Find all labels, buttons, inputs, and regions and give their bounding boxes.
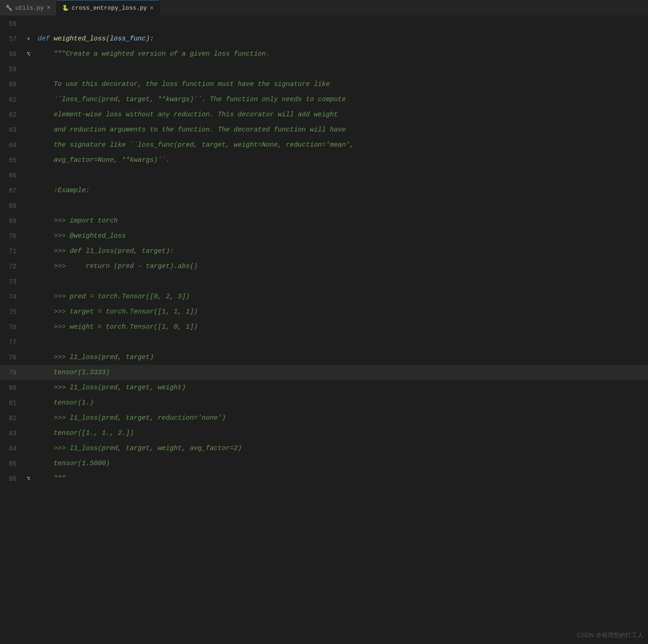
line-gutter-71	[24, 244, 33, 259]
line-number-82: 82	[0, 410, 24, 426]
line-number-83: 83	[0, 426, 24, 441]
code-line-77: 77	[0, 335, 648, 350]
code-line-59: 59	[0, 62, 648, 77]
tab-utils[interactable]: 🔧 utils.py ×	[0, 0, 57, 16]
line-content-75: >>> target = torch.Tensor([1, 1, 1])	[33, 304, 198, 319]
line-gutter-82	[24, 410, 33, 426]
line-content-80: >>> l1_loss(pred, target, weight)	[33, 380, 186, 395]
line-number-66: 66	[0, 168, 24, 183]
line-number-68: 68	[0, 198, 24, 213]
line-content-63: and reduction arguments to the function.…	[33, 122, 346, 137]
code-line-72: 72 >>> return (pred - target).abs()	[0, 259, 648, 274]
line-number-79: 79	[0, 365, 24, 380]
tab-cross-entropy-close[interactable]: ×	[150, 5, 154, 12]
line-content-72: >>> return (pred - target).abs()	[33, 259, 198, 274]
line-content-79: tensor(1.3333)	[33, 365, 110, 380]
line-number-58: 58	[0, 46, 24, 62]
code-line-79: 79 tensor(1.3333)	[0, 365, 648, 380]
code-line-61: 61 ``loss_func(pred, target, **kwargs)``…	[0, 92, 648, 107]
code-line-69: 69 >>> import torch	[0, 213, 648, 228]
line-content-57: def weighted_loss(loss_func):	[33, 31, 154, 46]
line-number-70: 70	[0, 228, 24, 244]
line-number-71: 71	[0, 244, 24, 259]
line-content-78: >>> l1_loss(pred, target)	[33, 350, 154, 365]
code-line-82: 82 >>> l1_loss(pred, target, reduction='…	[0, 410, 648, 426]
line-content-71: >>> def l1_loss(pred, target):	[33, 244, 174, 259]
line-gutter-80	[24, 380, 33, 395]
line-number-85: 85	[0, 456, 24, 471]
line-number-76: 76	[0, 319, 24, 335]
line-content-84: >>> l1_loss(pred, target, weight, avg_fa…	[33, 441, 242, 456]
line-number-64: 64	[0, 137, 24, 153]
tab-utils-close[interactable]: ×	[46, 4, 50, 11]
line-content-62: element-wise loss without any reduction.…	[33, 107, 338, 122]
line-number-59: 59	[0, 62, 24, 77]
line-content-86: """	[33, 471, 66, 486]
line-gutter-69	[24, 213, 33, 228]
line-content-67: :Example:	[33, 183, 90, 198]
line-number-81: 81	[0, 395, 24, 410]
line-content-61: ``loss_func(pred, target, **kwargs)``. T…	[33, 92, 346, 107]
line-gutter-72	[24, 259, 33, 274]
line-gutter-59	[24, 62, 33, 77]
line-gutter-58[interactable]: ⌥	[24, 46, 33, 62]
line-number-86: 86	[0, 471, 24, 486]
line-content-74: >>> pred = torch.Tensor([0, 2, 3])	[33, 289, 190, 304]
code-line-66: 66	[0, 168, 648, 183]
line-number-77: 77	[0, 335, 24, 350]
line-content-66	[33, 168, 38, 183]
line-gutter-68	[24, 198, 33, 213]
code-line-85: 85 tensor(1.5000)	[0, 456, 648, 471]
code-line-68: 68	[0, 198, 648, 213]
line-gutter-67	[24, 183, 33, 198]
code-line-60: 60 To use this decorator, the loss funct…	[0, 77, 648, 92]
code-line-80: 80 >>> l1_loss(pred, target, weight)	[0, 380, 648, 395]
line-content-60: To use this decorator, the loss function…	[33, 77, 330, 92]
code-line-64: 64 the signature like ``loss_func(pred, …	[0, 137, 648, 153]
code-line-75: 75 >>> target = torch.Tensor([1, 1, 1])	[0, 304, 648, 319]
line-gutter-76	[24, 319, 33, 335]
tab-cross-entropy[interactable]: 🐍 cross_entropy_loss.py ×	[57, 0, 160, 16]
line-number-78: 78	[0, 350, 24, 365]
line-number-65: 65	[0, 153, 24, 168]
line-content-77	[33, 335, 38, 350]
line-content-73	[33, 274, 38, 289]
line-content-76: >>> weight = torch.Tensor([1, 0, 1])	[33, 319, 198, 335]
line-content-70: >>> @weighted_loss	[33, 228, 126, 244]
line-gutter-77	[24, 335, 33, 350]
line-gutter-85	[24, 456, 33, 471]
line-content-83: tensor([1., 1., 2.])	[33, 426, 134, 441]
line-gutter-70	[24, 228, 33, 244]
code-line-76: 76 >>> weight = torch.Tensor([1, 0, 1])	[0, 319, 648, 335]
line-content-85: tensor(1.5000)	[33, 456, 110, 471]
line-gutter-60	[24, 77, 33, 92]
code-line-63: 63 and reduction arguments to the functi…	[0, 122, 648, 137]
line-number-56: 56	[0, 16, 24, 31]
line-gutter-78	[24, 350, 33, 365]
line-number-84: 84	[0, 441, 24, 456]
line-number-73: 73	[0, 274, 24, 289]
code-line-86: 86⌥ """	[0, 471, 648, 486]
line-number-67: 67	[0, 183, 24, 198]
line-gutter-74	[24, 289, 33, 304]
line-gutter-81	[24, 395, 33, 410]
line-number-74: 74	[0, 289, 24, 304]
line-number-62: 62	[0, 107, 24, 122]
line-number-69: 69	[0, 213, 24, 228]
line-content-68	[33, 198, 38, 213]
tab-bar: 🔧 utils.py × 🐍 cross_entropy_loss.py ×	[0, 0, 648, 16]
code-line-58: 58⌥ """Create a weighted version of a gi…	[0, 46, 648, 62]
code-area: 5657▾def weighted_loss(loss_func):58⌥ ""…	[0, 16, 648, 644]
line-gutter-63	[24, 122, 33, 137]
line-content-65: avg_factor=None, **kwargs)``.	[33, 153, 170, 168]
line-content-82: >>> l1_loss(pred, target, reduction='non…	[33, 410, 226, 426]
code-line-56: 56	[0, 16, 648, 31]
line-gutter-57[interactable]: ▾	[24, 31, 33, 46]
line-gutter-79	[24, 365, 33, 380]
utils-file-icon: 🔧	[6, 5, 12, 11]
line-gutter-86[interactable]: ⌥	[24, 471, 33, 486]
code-line-74: 74 >>> pred = torch.Tensor([0, 2, 3])	[0, 289, 648, 304]
tab-utils-label: utils.py	[15, 5, 44, 11]
line-gutter-64	[24, 137, 33, 153]
line-gutter-66	[24, 168, 33, 183]
